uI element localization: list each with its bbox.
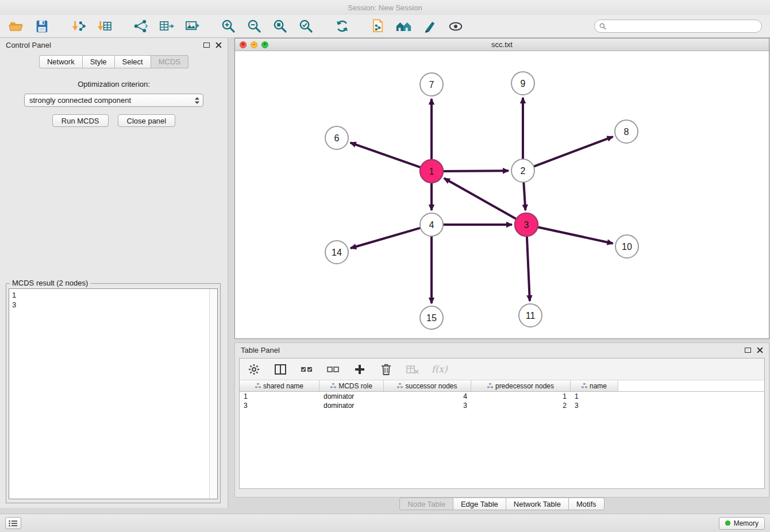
graph-node-15[interactable]: 15 xyxy=(420,306,443,329)
analyzer-button[interactable] xyxy=(394,17,414,36)
zoom-fit-icon xyxy=(272,18,288,34)
column-header-label: name xyxy=(590,382,607,390)
network-window-titlebar[interactable]: × − + scc.txt xyxy=(235,38,769,51)
add-column-button[interactable] xyxy=(352,362,367,377)
open-folder-icon xyxy=(9,18,24,34)
graph-node-4[interactable]: 4 xyxy=(420,213,443,236)
graph-node-10[interactable]: 10 xyxy=(615,235,638,258)
graph-edge-2-8[interactable] xyxy=(534,137,613,167)
float-table-panel-icon[interactable] xyxy=(745,348,751,353)
table-cell[interactable]: 4 xyxy=(384,392,471,401)
table-row[interactable]: 3dominator323 xyxy=(240,401,764,410)
import-table-button[interactable] xyxy=(94,17,114,36)
table-body: 1dominator4113dominator323 xyxy=(240,392,764,410)
close-table-panel-icon[interactable] xyxy=(757,347,763,353)
window-title: Session: New Session xyxy=(348,3,422,12)
tab-style[interactable]: Style xyxy=(83,55,115,68)
graph-node-9[interactable]: 9 xyxy=(511,72,534,95)
tab-mcds[interactable]: MCDS xyxy=(151,55,188,68)
share-network-button[interactable] xyxy=(130,17,151,36)
graph-node-2[interactable]: 2 xyxy=(511,159,534,182)
deselect-all-button[interactable] xyxy=(326,362,341,377)
table-cell[interactable]: 2 xyxy=(471,401,571,410)
table-cell[interactable]: 1 xyxy=(471,392,571,401)
mcds-result-area[interactable]: 13 xyxy=(9,288,218,499)
table-cell[interactable]: 3 xyxy=(571,401,618,410)
refresh-view-button[interactable] xyxy=(332,17,352,36)
zoom-selected-button[interactable] xyxy=(295,17,316,36)
graph-node-8[interactable]: 8 xyxy=(615,120,638,143)
table-cell[interactable]: 1 xyxy=(571,392,618,401)
column-header-mcds-role[interactable]: MCDS role xyxy=(319,380,384,391)
style-brush-button[interactable] xyxy=(419,17,440,36)
network-canvas[interactable]: 7968124314101511 xyxy=(235,51,769,338)
tab-select[interactable]: Select xyxy=(115,55,151,68)
table-settings-button[interactable] xyxy=(247,362,261,377)
save-session-button[interactable] xyxy=(32,17,52,36)
tab-network-table[interactable]: Network Table xyxy=(506,498,569,510)
select-all-button[interactable] xyxy=(299,362,314,377)
result-line: 3 xyxy=(12,300,206,310)
result-scrollbar[interactable] xyxy=(209,289,217,499)
graph-edge-3-11[interactable] xyxy=(527,236,530,301)
toggle-columns-button[interactable] xyxy=(273,362,288,377)
zoom-out-button[interactable] xyxy=(244,17,264,36)
column-header-successor-nodes[interactable]: successor nodes xyxy=(384,380,471,391)
paste-network-button[interactable] xyxy=(368,17,388,36)
float-panel-icon[interactable] xyxy=(203,43,210,48)
task-history-button[interactable] xyxy=(5,517,21,529)
memory-button[interactable]: Memory xyxy=(719,517,765,530)
column-header-predecessor-nodes[interactable]: predecessor nodes xyxy=(471,380,571,391)
tab-network[interactable]: Network xyxy=(39,55,83,68)
analyzer-home-icon xyxy=(395,18,413,34)
graph-edge-3-10[interactable] xyxy=(538,227,613,244)
table-cell[interactable]: 3 xyxy=(240,401,319,410)
graph-edge-1-6[interactable] xyxy=(351,142,421,167)
table-cell[interactable]: 3 xyxy=(384,401,471,410)
zoom-fit-button[interactable] xyxy=(270,17,290,36)
table-content: f(x) shared nameMCDS rolesuccessor nodes… xyxy=(239,358,765,489)
refresh-icon xyxy=(334,18,350,34)
column-header-name[interactable]: name xyxy=(571,380,618,391)
graph-node-6[interactable]: 6 xyxy=(325,126,348,149)
control-panel-tabs: NetworkStyleSelectMCDS xyxy=(0,55,228,68)
graph-edge-3-1[interactable] xyxy=(444,178,517,219)
export-image-button[interactable] xyxy=(182,17,202,36)
close-panel-icon[interactable] xyxy=(215,42,222,48)
window-close-icon[interactable]: × xyxy=(240,41,247,48)
column-header-label: predecessor nodes xyxy=(495,382,554,390)
export-table-button[interactable] xyxy=(156,17,176,36)
optimization-criterion-dropdown[interactable]: strongly connected component xyxy=(24,94,203,107)
table-header-row: shared nameMCDS rolesuccessor nodesprede… xyxy=(240,380,764,392)
gear-icon xyxy=(248,364,260,375)
graph-node-7[interactable]: 7 xyxy=(420,73,443,96)
column-header-shared-name[interactable]: shared name xyxy=(240,380,319,391)
column-sort-icon xyxy=(582,382,587,390)
search-input[interactable] xyxy=(609,22,757,30)
graph-node-14[interactable]: 14 xyxy=(325,241,348,264)
table-cell[interactable]: dominator xyxy=(319,392,384,401)
graph-edge-1-2[interactable] xyxy=(443,171,509,171)
graph-node-1[interactable]: 1 xyxy=(420,160,443,183)
graph-edge-4-14[interactable] xyxy=(351,228,421,248)
tab-edge-table[interactable]: Edge Table xyxy=(453,498,506,510)
zoom-in-button[interactable] xyxy=(218,17,238,36)
graph-node-11[interactable]: 11 xyxy=(519,304,542,327)
tab-node-table[interactable]: Node Table xyxy=(399,498,453,510)
graph-edge-2-3[interactable] xyxy=(523,182,525,210)
table-cell[interactable]: dominator xyxy=(319,401,384,410)
tab-motifs[interactable]: Motifs xyxy=(569,498,605,510)
delete-column-button[interactable] xyxy=(379,362,394,377)
import-network-button[interactable] xyxy=(68,17,88,36)
open-session-button[interactable] xyxy=(6,17,26,36)
table-cell[interactable]: 1 xyxy=(240,392,319,401)
table-row[interactable]: 1dominator411 xyxy=(240,392,764,401)
window-minimize-icon[interactable]: − xyxy=(251,41,257,48)
toggle-graphics-details-button[interactable] xyxy=(445,17,466,36)
close-panel-button[interactable]: Close panel xyxy=(118,114,176,127)
graph-node-3[interactable]: 3 xyxy=(515,213,538,236)
window-zoom-icon[interactable]: + xyxy=(261,41,268,48)
run-mcds-button[interactable]: Run MCDS xyxy=(52,114,109,127)
search-field[interactable] xyxy=(594,20,762,33)
network-window-title: scc.txt xyxy=(491,40,513,49)
